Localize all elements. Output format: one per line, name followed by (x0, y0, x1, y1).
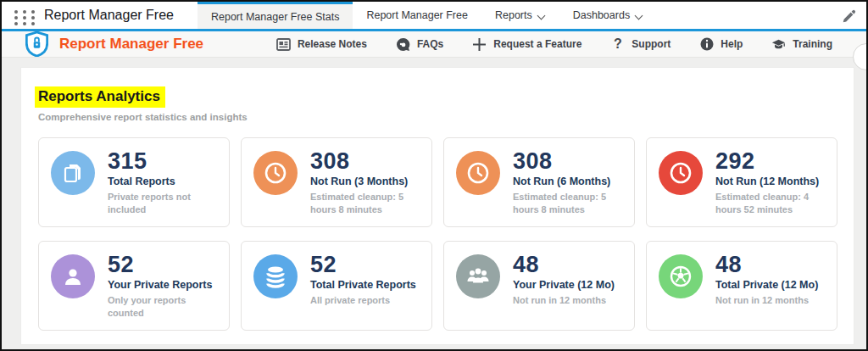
tab-label: Dashboards (573, 9, 630, 21)
stat-card-your-private-reports[interactable]: 52 Your Private Reports Only your report… (38, 241, 230, 331)
clock-icon (659, 151, 703, 195)
stat-card-total-private-reports[interactable]: 52 Total Private Reports All private rep… (241, 241, 432, 331)
app-header: Report Manager Free Release Notes FAQs R… (2, 31, 866, 58)
page-title: Reports Analytics (35, 86, 165, 108)
stat-card-not-run-6-months[interactable]: 308 Not Run (6 Months) Estimated cleanup… (443, 137, 635, 227)
clock-icon (456, 151, 500, 195)
stat-sublabel: Estimated cleanup: 5 hours 8 minutes (513, 191, 624, 216)
link-label: Request a Feature (493, 38, 581, 50)
stat-sublabel: Estimated cleanup: 5 hours 8 minutes (310, 191, 421, 216)
tab-label: Report Manager Free Stats (211, 11, 339, 23)
stat-label: Total Private (12 Mo) (715, 279, 818, 291)
stat-label: Not Run (12 Months) (715, 176, 826, 187)
stat-number: 292 (715, 149, 826, 173)
content-area: Reports Analytics Comprehensive report s… (2, 58, 866, 351)
page-subtitle: Comprehensive report statistics and insi… (38, 112, 838, 122)
brand-title: Report Manager Free (59, 36, 203, 53)
link-label: Support (632, 38, 670, 50)
stat-label: Not Run (6 Months) (513, 176, 624, 187)
stat-sublabel: Estimated cleanup: 4 hours 52 minutes (715, 191, 826, 216)
chat-icon (396, 37, 410, 52)
tab-label: Report Manager Free (366, 9, 468, 21)
link-label: FAQs (417, 38, 443, 50)
stats-card-grid: 315 Total Reports Private reports not in… (38, 137, 838, 331)
stat-card-body: 48 Your Private (12 Mo) Not run in 12 mo… (513, 253, 615, 307)
tab-reports[interactable]: Reports (481, 2, 559, 29)
stat-sublabel: Not run in 12 months (715, 294, 818, 307)
reports-analytics-panel: Reports Analytics Comprehensive report s… (20, 67, 854, 345)
stat-card-body: 308 Not Run (3 Months) Estimated cleanup… (310, 149, 421, 216)
stat-label: Total Private Reports (310, 279, 416, 291)
stat-card-body: 52 Your Private Reports Only your report… (108, 253, 219, 320)
stat-card-body: 48 Total Private (12 Mo) Not run in 12 m… (715, 253, 818, 307)
plus-icon (472, 37, 487, 52)
tab-dashboards[interactable]: Dashboards (559, 2, 657, 29)
clock-icon (253, 151, 298, 195)
question-icon: ? (610, 37, 625, 52)
stat-number: 52 (108, 253, 219, 276)
stat-card-not-run-12-months[interactable]: 292 Not Run (12 Months) Estimated cleanu… (646, 137, 837, 227)
stat-number: 48 (513, 253, 615, 276)
documents-icon (51, 151, 95, 195)
newspaper-icon (276, 37, 291, 52)
app-window: Report Manager Free Report Manager Free … (0, 0, 868, 351)
training-link[interactable]: Training (771, 37, 832, 52)
stat-card-body: 292 Not Run (12 Months) Estimated cleanu… (715, 149, 826, 216)
stat-number: 48 (715, 253, 818, 276)
chevron-down-icon (538, 12, 546, 20)
stat-label: Total Reports (108, 176, 219, 187)
header-links: Release Notes FAQs Request a Feature ? S… (276, 37, 854, 52)
stat-label: Your Private (12 Mo) (513, 279, 615, 291)
stat-card-your-private-12mo[interactable]: 48 Your Private (12 Mo) Not run in 12 mo… (443, 241, 635, 331)
stat-number: 315 (108, 149, 219, 173)
faqs-link[interactable]: FAQs (396, 37, 443, 52)
stat-card-not-run-3-months[interactable]: 308 Not Run (3 Months) Estimated cleanup… (241, 137, 432, 227)
tab-report-manager-free-stats[interactable]: Report Manager Free Stats (198, 2, 353, 29)
chevron-down-icon (636, 12, 643, 20)
stat-sublabel: Only your reports counted (108, 294, 219, 320)
link-label: Release Notes (298, 38, 367, 50)
people-icon (456, 254, 500, 298)
tab-strip: Report Manager Free Stats Report Manager… (198, 2, 657, 29)
stat-card-body: 315 Total Reports Private reports not in… (108, 149, 219, 216)
database-icon (253, 254, 298, 298)
help-link[interactable]: Help (699, 37, 743, 52)
support-link[interactable]: ? Support (610, 37, 670, 52)
release-notes-link[interactable]: Release Notes (276, 37, 367, 52)
link-label: Help (721, 38, 743, 50)
stat-number: 308 (310, 149, 421, 173)
globe-icon (659, 254, 703, 298)
stat-card-body: 308 Not Run (6 Months) Estimated cleanup… (513, 149, 624, 216)
app-launcher-icon[interactable] (14, 7, 36, 29)
info-icon (699, 37, 714, 52)
person-icon (51, 254, 95, 298)
stat-number: 52 (310, 253, 416, 276)
graduation-cap-icon (771, 37, 786, 52)
request-feature-link[interactable]: Request a Feature (472, 37, 581, 52)
shield-lock-icon (25, 31, 48, 57)
app-title: Report Manager Free (44, 8, 174, 23)
stat-sublabel: All private reports (310, 294, 416, 307)
tab-label: Reports (495, 9, 532, 21)
stat-card-total-private-12mo[interactable]: 48 Total Private (12 Mo) Not run in 12 m… (646, 241, 837, 331)
top-tab-bar: Report Manager Free Report Manager Free … (2, 2, 866, 31)
stat-sublabel: Private reports not included (108, 191, 219, 216)
tab-report-manager-free[interactable]: Report Manager Free (353, 2, 481, 29)
link-label: Training (793, 38, 832, 50)
stat-label: Not Run (3 Months) (310, 176, 421, 187)
stat-card-total-reports[interactable]: 315 Total Reports Private reports not in… (38, 137, 230, 227)
stat-number: 308 (513, 149, 624, 173)
edit-pencil-icon[interactable] (841, 9, 856, 25)
stat-sublabel: Not run in 12 months (513, 294, 615, 307)
stat-label: Your Private Reports (108, 279, 219, 291)
stat-card-body: 52 Total Private Reports All private rep… (310, 253, 416, 307)
